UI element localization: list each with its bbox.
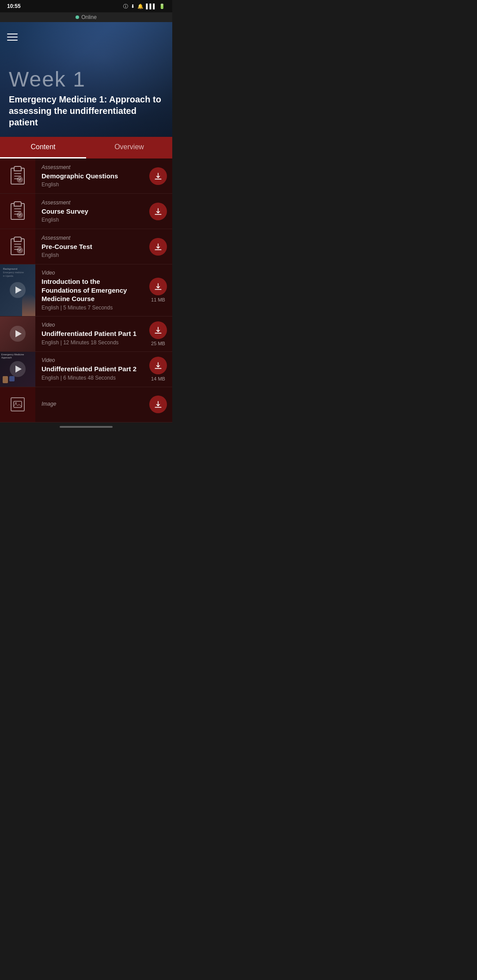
item-category: Assessment [42,164,138,170]
item-title: Undifferentiated Patient Part 2 [42,365,138,373]
item-action: 14 MB [144,352,172,387]
item-body: Assessment Pre-Course Test English [35,229,144,264]
tab-overview[interactable]: Overview [86,137,172,158]
item-body: Assessment Course Survey English [35,194,144,229]
item-body: Video Introduction to the Foundations of… [35,264,144,316]
item-thumbnail-video-2 [0,317,35,351]
download-button[interactable] [149,357,167,374]
item-meta: English | 5 Minutes 7 Seconds [42,305,138,311]
info-icon: ⓘ [123,3,128,10]
item-title: Course Survey [42,207,138,216]
list-item[interactable]: ✓ Assessment Course Survey English [0,194,172,229]
menu-button[interactable] [7,29,23,45]
item-category: Video [42,322,138,328]
checkmark-icon: ✓ [17,212,23,218]
tab-content[interactable]: Content [0,137,86,158]
item-meta: English | 12 Minutes 18 Seconds [42,339,138,346]
list-item[interactable]: ✓ Assessment Demographic Questions Engli… [0,158,172,194]
play-button[interactable] [10,361,26,377]
battery-icon: 🔋 [159,4,165,9]
download-button[interactable] [149,238,167,256]
menu-line-3 [7,40,18,41]
hero-section: Week 1 Emergency Medicine 1: Approach to… [0,22,172,137]
list-item[interactable]: Image [0,387,172,422]
hero-content: Week 1 Emergency Medicine 1: Approach to… [9,69,163,128]
item-action [144,387,172,422]
status-time: 10:55 [7,3,21,9]
item-title: Introduction to the Foundations of Emerg… [42,277,138,303]
online-label: Online [81,14,97,20]
item-action [144,158,172,193]
download-button[interactable] [149,396,167,413]
svg-rect-0 [14,401,22,407]
item-title: Pre-Course Test [42,242,138,251]
online-indicator-dot [76,15,79,19]
thumb-figure [22,294,35,316]
menu-line-2 [7,37,18,38]
item-body: Video Undifferentiated Patient Part 1 En… [35,317,144,351]
item-body: Video Undifferentiated Patient Part 2 En… [35,352,144,387]
download-icon [154,282,163,291]
thumb-label: BackgroundEmergency medicinein Uganda [2,266,25,279]
file-size: 11 MB [151,297,165,302]
notifications-icon: 🔔 [137,4,144,9]
item-meta: English [42,252,138,258]
item-category: Image [42,401,138,407]
tabs-bar: Content Overview [0,137,172,158]
item-meta: English [42,217,138,223]
item-body: Assessment Demographic Questions English [35,158,144,193]
hero-title: Emergency Medicine 1: Approach to assess… [9,94,163,128]
assessment-icon: ✓ [9,238,26,256]
play-icon [15,286,22,294]
list-item[interactable]: ✓ Assessment Pre-Course Test English [0,229,172,264]
file-size: 14 MB [151,376,165,381]
item-category: Video [42,357,138,363]
clipboard-icon: ✓ [11,203,25,220]
item-meta: English | 6 Minutes 48 Seconds [42,375,138,381]
item-thumbnail-assessment-1: ✓ [0,158,35,193]
assessment-icon: ✓ [9,167,26,185]
list-item[interactable]: Video Undifferentiated Patient Part 1 En… [0,317,172,352]
week-label: Week 1 [9,69,163,90]
list-item[interactable]: Emergency Medicine Approach Video Undiff… [0,352,172,387]
item-title: Demographic Questions [42,172,138,181]
download-icon [154,400,163,409]
item-thumbnail-video-1: BackgroundEmergency medicinein Uganda [0,264,35,316]
signal-icon: ▌▌▌ [146,4,156,9]
list-item[interactable]: BackgroundEmergency medicinein Uganda Vi… [0,264,172,317]
online-bar: Online [0,12,172,22]
item-thumbnail-video-3: Emergency Medicine Approach [0,352,35,387]
home-indicator [0,422,172,431]
home-bar [60,426,113,428]
item-category: Video [42,270,138,276]
menu-line-1 [7,34,18,34]
item-action [144,229,172,264]
checkmark-icon: ✓ [17,247,23,253]
download-status-icon: ⬇ [131,4,135,9]
item-body: Image [35,387,144,422]
download-button[interactable] [149,167,167,185]
file-size: 25 MB [151,341,165,346]
download-icon [154,326,163,335]
download-button[interactable] [149,203,167,220]
clipboard-icon: ✓ [11,238,25,255]
assessment-icon: ✓ [9,203,26,220]
download-icon [154,207,163,216]
image-icon-svg [13,401,22,408]
item-category: Assessment [42,200,138,206]
item-action: 25 MB [144,317,172,351]
item-thumbnail-image-1 [0,387,35,422]
play-button[interactable] [10,282,26,298]
item-title: Undifferentiated Patient Part 1 [42,329,138,338]
download-button[interactable] [149,321,167,339]
download-button[interactable] [149,278,167,295]
download-icon [154,361,163,370]
play-button[interactable] [10,326,26,342]
status-bar: 10:55 ⓘ ⬇ 🔔 ▌▌▌ 🔋 [0,0,172,12]
play-icon [15,366,22,373]
download-icon [154,172,163,181]
download-icon [154,242,163,251]
clipboard-icon: ✓ [11,168,25,185]
item-action: 11 MB [144,264,172,316]
item-category: Assessment [42,235,138,241]
